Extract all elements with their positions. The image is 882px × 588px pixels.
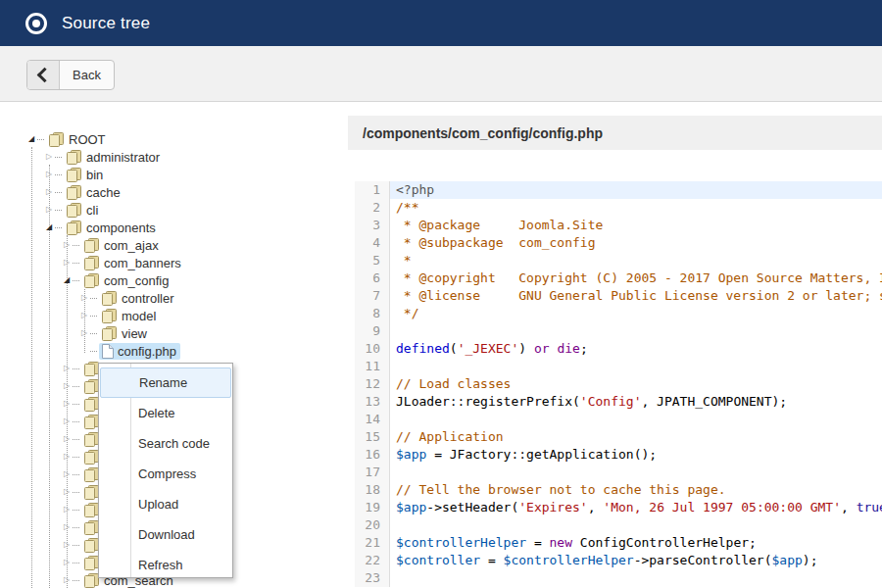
code-line: 17	[355, 464, 882, 481]
target-icon	[25, 13, 47, 34]
line-number: 21	[355, 534, 390, 552]
tree-connector	[55, 157, 62, 158]
line-number: 3	[355, 217, 390, 234]
tree-item-model[interactable]: ▷model	[0, 307, 348, 324]
tree-connector	[73, 527, 79, 528]
tree-item-config-php[interactable]: config.php	[0, 342, 348, 360]
tree-item-label: administrator	[86, 150, 160, 165]
toolbar: Back	[0, 46, 882, 102]
code-line-content: JLoader::registerPrefix('Config', JPATH_…	[390, 393, 882, 411]
line-number: 6	[355, 270, 390, 287]
back-button[interactable]: Back	[26, 60, 115, 90]
line-number: 11	[355, 358, 390, 375]
menu-item-delete[interactable]: Delete	[99, 398, 232, 428]
tree-item-components[interactable]: ◢components	[0, 219, 348, 236]
tree-item-cache[interactable]: ▷cache	[0, 183, 348, 201]
folder-icon	[83, 273, 100, 288]
tree-item-view[interactable]: ▷view	[0, 324, 348, 342]
expand-icon[interactable]: ▷	[61, 395, 73, 413]
line-number: 4	[355, 234, 390, 252]
expand-icon[interactable]: ▷	[43, 183, 55, 201]
code-line: 20	[355, 516, 882, 534]
tree-connector	[90, 351, 97, 352]
collapse-icon[interactable]: ◢	[43, 219, 55, 236]
code-line-content: $app->setHeader('Expires', 'Mon, 26 Jul …	[390, 499, 882, 516]
tree-item-label: config.php	[118, 344, 176, 359]
chevron-left-icon[interactable]	[27, 61, 60, 89]
code-line-content: // Application	[390, 428, 882, 446]
expand-icon[interactable]: ▷	[61, 430, 73, 448]
tree-item-com-config[interactable]: ◢com_config	[0, 271, 348, 289]
menu-item-compress[interactable]: Compress	[99, 459, 232, 489]
expand-icon[interactable]: ▷	[61, 554, 73, 571]
code-line-content	[390, 322, 882, 340]
menu-item-search-code[interactable]: Search code	[99, 428, 232, 459]
expand-icon[interactable]: ▷	[61, 501, 73, 518]
tree-connector	[73, 263, 79, 264]
folder-icon	[48, 132, 65, 147]
tree-item-root[interactable]: ◢ROOT	[0, 130, 348, 148]
expand-icon[interactable]: ▷	[61, 483, 73, 501]
code-line: 4 * @subpackage com_config	[355, 234, 882, 252]
code-line-content: $controllerHelper = new ConfigController…	[390, 534, 882, 552]
collapse-icon[interactable]: ◢	[25, 130, 37, 148]
tree-connector	[73, 510, 79, 511]
code-line: 12// Load classes	[355, 375, 882, 393]
code-line-content: defined('_JEXEC') or die;	[390, 340, 882, 358]
code-line-content: <?php	[390, 181, 882, 199]
menu-item-upload[interactable]: Upload	[99, 489, 232, 519]
tree-connector	[73, 457, 79, 458]
expand-icon[interactable]: ▷	[61, 536, 73, 554]
collapse-icon[interactable]: ◢	[61, 271, 73, 289]
line-number: 8	[355, 305, 390, 322]
expand-icon[interactable]: ▷	[78, 307, 90, 324]
expand-icon[interactable]: ▷	[61, 360, 73, 377]
expand-icon[interactable]: ▷	[43, 201, 55, 219]
line-number: 9	[355, 322, 390, 340]
code-editor[interactable]: 1<?php2/**3 * @package Joomla.Site4 * @s…	[355, 181, 882, 588]
tree-item-label: cache	[86, 185, 121, 200]
expand-icon[interactable]: ▷	[78, 324, 90, 342]
line-number: 17	[355, 464, 390, 481]
code-line: 11	[355, 358, 882, 375]
code-line-content: $app = JFactory::getApplication();	[390, 446, 882, 464]
back-button-label[interactable]: Back	[60, 61, 114, 89]
code-line-content	[390, 516, 882, 534]
line-number: 23	[355, 569, 390, 587]
code-line-content: /**	[390, 199, 882, 217]
code-line-content	[390, 358, 882, 375]
menu-item-refresh[interactable]: Refresh	[99, 550, 232, 580]
tree-item-com-banners[interactable]: ▷com_banners	[0, 254, 348, 271]
tree-connector	[55, 210, 62, 211]
line-number: 16	[355, 446, 390, 464]
tree-connector	[90, 333, 97, 334]
expand-icon[interactable]: ▷	[61, 571, 73, 588]
expand-icon[interactable]: ▷	[61, 413, 73, 430]
tree-connector	[73, 474, 79, 475]
tree-item-cli[interactable]: ▷cli	[0, 201, 348, 219]
expand-icon[interactable]: ▷	[43, 166, 55, 183]
menu-item-download[interactable]: Download	[99, 519, 232, 550]
expand-icon[interactable]: ▷	[61, 254, 73, 271]
line-number: 13	[355, 393, 390, 411]
tree-item-com-ajax[interactable]: ▷com_ajax	[0, 236, 348, 254]
code-line: 13JLoader::registerPrefix('Config', JPAT…	[355, 393, 882, 411]
expand-icon[interactable]: ▷	[61, 518, 73, 536]
expand-icon[interactable]: ▷	[61, 236, 73, 254]
menu-item-rename[interactable]: Rename	[100, 368, 231, 398]
expand-icon[interactable]: ▷	[43, 148, 55, 166]
expand-icon[interactable]: ▷	[78, 289, 90, 307]
tree-item-controller[interactable]: ▷controller	[0, 289, 348, 307]
expand-icon[interactable]: ▷	[61, 466, 73, 483]
tree-connector	[55, 192, 62, 193]
tree-item-bin[interactable]: ▷bin	[0, 166, 348, 183]
code-line: 14	[355, 411, 882, 428]
line-number: 19	[355, 499, 390, 516]
expand-icon[interactable]: ▷	[61, 377, 73, 395]
code-line: 1<?php	[355, 181, 882, 199]
tree-item-administrator[interactable]: ▷administrator	[0, 148, 348, 166]
page-title: Source tree	[62, 14, 150, 33]
code-line-content: */	[390, 305, 882, 322]
expand-icon[interactable]: ▷	[61, 448, 73, 466]
folder-icon	[83, 238, 100, 253]
